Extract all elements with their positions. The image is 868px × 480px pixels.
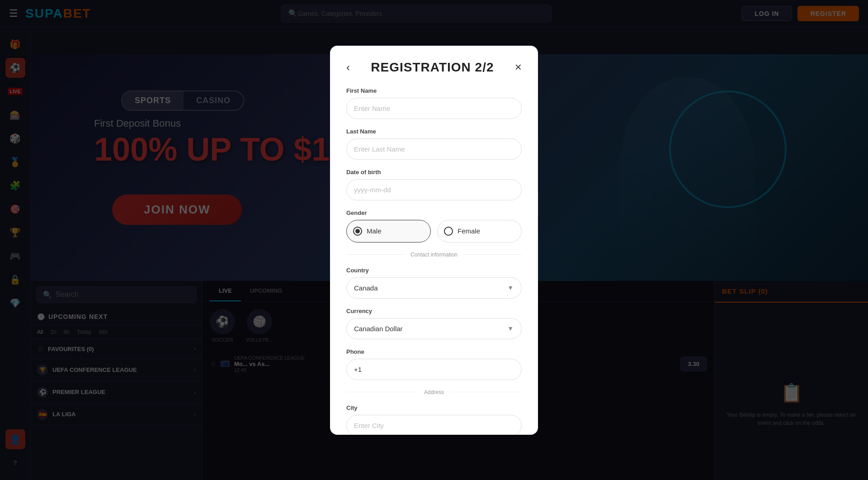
country-select[interactable]: Canada: [346, 277, 522, 299]
modal-close-button[interactable]: ×: [515, 60, 522, 74]
city-label: City: [346, 404, 522, 411]
gender-group: Gender Male Female: [346, 209, 522, 242]
contact-divider: Contact information: [346, 252, 522, 258]
country-label: Country: [346, 267, 522, 274]
country-select-wrapper: Canada ▼: [346, 277, 522, 299]
city-group: City: [346, 404, 522, 435]
gender-female-label: Female: [458, 227, 480, 235]
first-name-input[interactable]: [346, 98, 522, 119]
address-divider-line-right: [449, 392, 522, 392]
last-name-group: Last Name: [346, 128, 522, 160]
radio-female: [444, 227, 453, 236]
address-divider-line-left: [346, 392, 419, 392]
city-input[interactable]: [346, 415, 522, 435]
gender-female-option[interactable]: Female: [437, 220, 522, 242]
modal-title: REGISTRATION 2/2: [371, 60, 494, 75]
last-name-label: Last Name: [346, 128, 522, 135]
address-divider-text: Address: [424, 389, 444, 395]
divider-line-right: [463, 254, 522, 255]
first-name-label: First Name: [346, 87, 522, 94]
dob-label: Date of birth: [346, 169, 522, 176]
currency-select-wrapper: Canadian Dollar ▼: [346, 318, 522, 339]
phone-label: Phone: [346, 348, 522, 355]
address-divider: Address: [346, 389, 522, 395]
currency-label: Currency: [346, 308, 522, 314]
contact-divider-text: Contact information: [410, 252, 458, 258]
last-name-input[interactable]: [346, 138, 522, 160]
first-name-group: First Name: [346, 87, 522, 119]
registration-modal: ‹ REGISTRATION 2/2 × First Name Last Nam…: [330, 46, 538, 435]
gender-options: Male Female: [346, 220, 522, 242]
radio-male: [353, 227, 362, 236]
gender-male-label: Male: [367, 227, 382, 235]
dob-input[interactable]: [346, 179, 522, 200]
currency-select[interactable]: Canadian Dollar: [346, 318, 522, 339]
phone-group: Phone: [346, 348, 522, 380]
country-group: Country Canada ▼: [346, 267, 522, 299]
dob-group: Date of birth: [346, 169, 522, 200]
modal-header: ‹ REGISTRATION 2/2 ×: [346, 60, 522, 75]
gender-label: Gender: [346, 209, 522, 216]
phone-input[interactable]: [346, 359, 522, 380]
divider-line-left: [346, 254, 405, 255]
currency-group: Currency Canadian Dollar ▼: [346, 308, 522, 339]
gender-male-option[interactable]: Male: [346, 220, 431, 242]
modal-overlay[interactable]: ‹ REGISTRATION 2/2 × First Name Last Nam…: [0, 0, 868, 480]
modal-back-button[interactable]: ‹: [346, 61, 350, 74]
